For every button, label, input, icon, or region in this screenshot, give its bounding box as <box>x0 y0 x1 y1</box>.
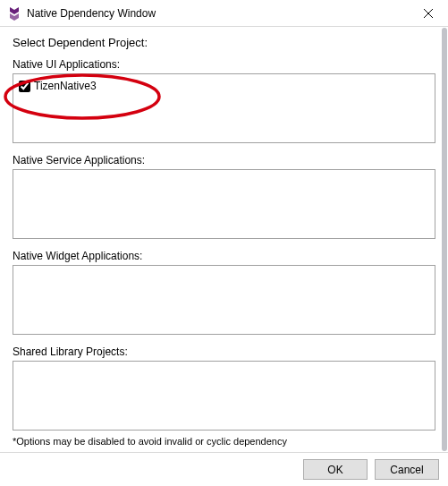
service-apps-label: Native Service Applications: <box>13 154 435 166</box>
window-title: Native Dpendency Window <box>27 7 408 20</box>
ok-button[interactable]: OK <box>303 459 368 480</box>
project-label: TizenNative3 <box>34 80 97 92</box>
scrollbar[interactable] <box>442 28 447 451</box>
service-apps-listbox[interactable] <box>13 169 435 239</box>
scrollbar-thumb[interactable] <box>442 28 447 451</box>
cancel-button[interactable]: Cancel <box>375 459 439 480</box>
ui-apps-listbox[interactable]: TizenNative3 <box>13 73 435 143</box>
shared-lib-label: Shared Library Projects: <box>13 345 435 358</box>
app-icon <box>7 6 21 21</box>
dialog-heading: Select Dependent Project: <box>13 36 435 49</box>
close-icon <box>424 9 433 18</box>
close-button[interactable] <box>408 0 448 27</box>
shared-lib-listbox[interactable] <box>13 361 435 431</box>
list-item[interactable]: TizenNative3 <box>19 78 429 94</box>
widget-apps-label: Native Widget Applications: <box>13 250 435 262</box>
widget-apps-listbox[interactable] <box>13 265 435 335</box>
ui-apps-label: Native UI Applications: <box>13 58 435 71</box>
project-checkbox[interactable] <box>19 81 30 92</box>
dialog-content: Select Dependent Project: Native UI Appl… <box>0 27 448 452</box>
titlebar: Native Dpendency Window <box>0 0 448 27</box>
disclaimer-text: *Options may be disabled to avoid invali… <box>13 436 287 447</box>
button-bar: OK Cancel <box>0 452 448 486</box>
